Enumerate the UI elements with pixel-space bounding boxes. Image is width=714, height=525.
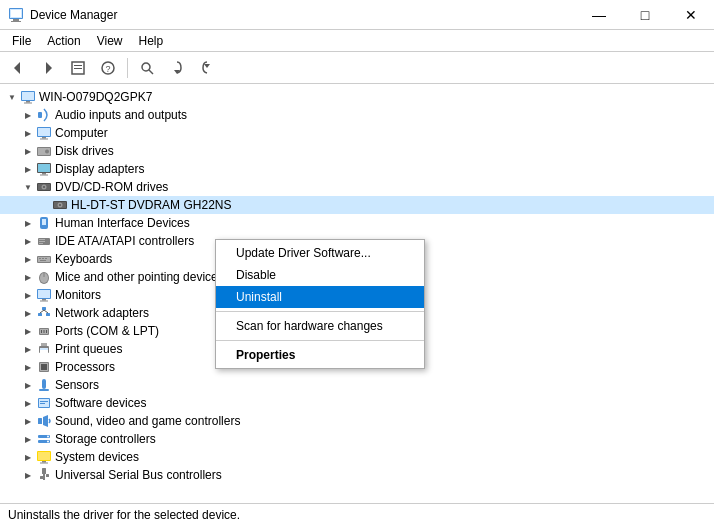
expander[interactable]: ▶ <box>20 341 36 357</box>
svg-rect-67 <box>44 330 45 333</box>
svg-rect-80 <box>40 401 48 402</box>
scan-button[interactable] <box>133 55 161 81</box>
svg-rect-75 <box>41 364 47 370</box>
expander[interactable]: ▶ <box>20 233 36 249</box>
list-item[interactable]: ▼ DVD/CD-ROM drives <box>0 178 714 196</box>
svg-rect-18 <box>26 101 30 103</box>
list-item[interactable]: ▶ Sound, video and game controllers <box>0 412 714 430</box>
list-item[interactable]: ▶ Software devices <box>0 394 714 412</box>
expander[interactable]: ▶ <box>20 323 36 339</box>
item-label: IDE ATA/ATAPI controllers <box>55 234 194 248</box>
ctx-disable[interactable]: Disable <box>216 264 424 286</box>
expander[interactable]: ▶ <box>20 413 36 429</box>
svg-rect-41 <box>42 219 46 225</box>
help-button[interactable]: ? <box>94 55 122 81</box>
menu-file[interactable]: File <box>4 30 39 51</box>
expander[interactable]: ▶ <box>20 305 36 321</box>
rollback-button[interactable] <box>193 55 221 81</box>
list-item[interactable]: ▶ Display adapters <box>0 160 714 178</box>
display-icon <box>36 161 52 177</box>
expander[interactable]: ▶ <box>20 431 36 447</box>
svg-rect-51 <box>40 260 46 261</box>
list-item[interactable]: ▶ Storage controllers <box>0 430 714 448</box>
svg-rect-49 <box>42 258 44 259</box>
expander[interactable]: ▶ <box>20 143 36 159</box>
toolbar-separator <box>127 58 128 78</box>
expander[interactable]: ▶ <box>20 107 36 123</box>
svg-point-85 <box>47 436 49 438</box>
forward-button[interactable] <box>34 55 62 81</box>
svg-rect-44 <box>39 241 45 242</box>
computer-icon <box>36 125 52 141</box>
svg-point-12 <box>142 63 150 71</box>
menu-action[interactable]: Action <box>39 30 88 51</box>
expander[interactable]: ▶ <box>20 287 36 303</box>
svg-line-63 <box>44 310 48 313</box>
svg-rect-68 <box>46 330 47 333</box>
expander[interactable]: ▶ <box>20 251 36 267</box>
svg-point-35 <box>43 186 45 188</box>
svg-rect-9 <box>74 68 82 69</box>
expander[interactable]: ▼ <box>20 179 36 195</box>
expander[interactable]: ▶ <box>20 161 36 177</box>
list-item[interactable]: ▶ Disk drives <box>0 142 714 160</box>
menu-view[interactable]: View <box>89 30 131 51</box>
expander[interactable]: ▶ <box>20 449 36 465</box>
expander[interactable]: ▶ <box>20 125 36 141</box>
expander[interactable]: ▶ <box>20 269 36 285</box>
item-label: Processors <box>55 360 115 374</box>
svg-point-86 <box>47 441 49 443</box>
status-bar: Uninstalls the driver for the selected d… <box>0 503 714 525</box>
item-label: HL-DT-ST DVDRAM GH22NS <box>71 198 231 212</box>
root-expander[interactable]: ▼ <box>4 89 20 105</box>
dvd-device-icon <box>52 197 68 213</box>
context-menu: Update Driver Software... Disable Uninst… <box>215 239 425 369</box>
back-button[interactable] <box>4 55 32 81</box>
svg-rect-91 <box>42 468 46 474</box>
svg-rect-93 <box>40 476 44 479</box>
svg-line-62 <box>40 310 44 313</box>
svg-rect-50 <box>45 258 47 259</box>
list-item[interactable]: ▶ Human Interface Devices <box>0 214 714 232</box>
title-text: Device Manager <box>30 8 117 22</box>
list-item[interactable]: ▶ Audio inputs and outputs <box>0 106 714 124</box>
svg-point-27 <box>45 150 49 154</box>
ctx-scan[interactable]: Scan for hardware changes <box>216 315 424 337</box>
properties-button[interactable] <box>64 55 92 81</box>
ctx-update-driver[interactable]: Update Driver Software... <box>216 242 424 264</box>
computer-icon <box>20 89 36 105</box>
update-button[interactable] <box>163 55 191 81</box>
minimize-button[interactable]: — <box>576 0 622 30</box>
menu-help[interactable]: Help <box>131 30 172 51</box>
item-label: DVD/CD-ROM drives <box>55 180 168 194</box>
ctx-properties[interactable]: Properties <box>216 344 424 366</box>
maximize-button[interactable]: □ <box>622 0 668 30</box>
svg-rect-54 <box>44 273 45 277</box>
network-icon <box>36 305 52 321</box>
audio-icon <box>36 107 52 123</box>
svg-rect-43 <box>39 239 45 240</box>
expander[interactable]: ▶ <box>20 359 36 375</box>
title-bar: Device Manager — □ ✕ <box>0 0 714 30</box>
list-item[interactable]: ▶ Computer <box>0 124 714 142</box>
svg-rect-58 <box>40 301 48 302</box>
close-button[interactable]: ✕ <box>668 0 714 30</box>
list-item[interactable]: HL-DT-ST DVDRAM GH22NS <box>0 196 714 214</box>
expander[interactable]: ▶ <box>20 395 36 411</box>
ctx-uninstall[interactable]: Uninstall <box>216 286 424 308</box>
svg-rect-48 <box>39 258 41 259</box>
status-text: Uninstalls the driver for the selected d… <box>8 508 240 522</box>
list-item[interactable]: ▶ System devices <box>0 448 714 466</box>
expander[interactable]: ▶ <box>20 377 36 393</box>
expander[interactable]: ▶ <box>20 467 36 483</box>
expander[interactable]: ▶ <box>20 215 36 231</box>
svg-marker-15 <box>204 64 210 68</box>
svg-rect-66 <box>41 330 42 333</box>
tree-root[interactable]: ▼ WIN-O079DQ2GPK7 <box>0 88 714 106</box>
item-label: Sound, video and game controllers <box>55 414 240 428</box>
ports-icon <box>36 323 52 339</box>
list-item[interactable]: ▶ Universal Serial Bus controllers <box>0 466 714 484</box>
system-icon <box>36 449 52 465</box>
item-label: Sensors <box>55 378 99 392</box>
list-item[interactable]: ▶ Sensors <box>0 376 714 394</box>
